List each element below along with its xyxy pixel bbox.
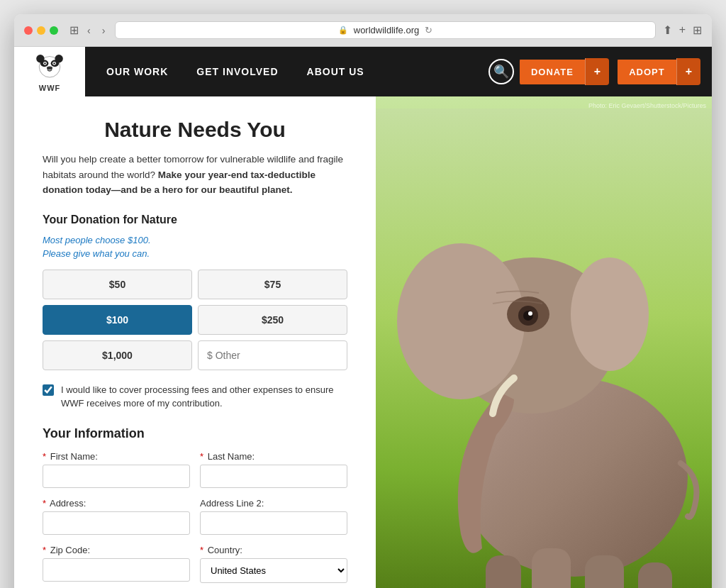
browser-traffic-lights [24,26,58,35]
processing-fee-checkbox[interactable] [43,384,54,396]
svg-point-8 [53,62,55,64]
required-star-last: * [200,451,203,462]
country-group: * Country: United States [200,545,347,583]
browser-window: ⊞ ‹ › 🔒 worldwildlife.org ↻ ⬆ + ⊞ [14,14,712,588]
adopt-button[interactable]: ADOPT [618,60,676,84]
donation-75[interactable]: $75 [198,270,347,299]
nav-get-involved[interactable]: GET INVOLVED [182,66,292,77]
zip-input[interactable] [43,558,190,582]
search-icon: 🔍 [493,64,509,79]
panda-icon [32,52,67,84]
required-star-first: * [43,451,46,462]
url-text: worldwildlife.org [354,25,419,35]
search-button[interactable]: 🔍 [488,59,514,84]
last-name-group: * Last Name: [200,451,347,488]
nav-our-work[interactable]: OUR WORK [92,66,182,77]
svg-point-14 [571,257,649,371]
donation-section-title: Your Donation for Nature [43,213,347,226]
svg-rect-21 [486,555,521,588]
tabs-grid-icon[interactable]: ⊞ [693,23,702,37]
svg-rect-19 [532,548,571,588]
donation-50[interactable]: $50 [43,270,192,299]
main-navigation: WWF OUR WORK GET INVOLVED ABOUT US 🔍 DON… [14,47,712,96]
browser-navigation: ⊞ ‹ › [69,23,108,38]
address2-group: Address Line 2: [200,498,347,535]
close-dot[interactable] [24,26,33,35]
svg-rect-20 [585,555,624,588]
address-group: * Address: [43,498,190,535]
name-row: * First Name: * Last Name: [43,451,347,488]
page-description: Will you help create a better tomorrow f… [43,152,347,198]
last-name-label: * Last Name: [200,451,347,462]
new-tab-icon[interactable]: + [679,23,686,37]
zip-label: * Zip Code: [43,545,190,555]
wwf-logo[interactable]: WWF [14,47,85,96]
forward-button[interactable]: › [99,23,108,38]
hint-line1: Most people choose $100. [43,235,151,245]
adopt-plus-button[interactable]: + [676,58,700,85]
address-bar[interactable]: 🔒 worldwildlife.org ↻ [115,21,655,39]
required-star-country: * [200,545,203,555]
address-label: * Address: [43,498,190,509]
country-select[interactable]: United States [200,558,347,583]
elephant-svg [376,109,712,588]
nav-about-us[interactable]: ABOUT US [293,66,379,77]
required-star-zip: * [43,545,46,555]
website-content: WWF OUR WORK GET INVOLVED ABOUT US 🔍 DON… [14,47,712,588]
minimize-dot[interactable] [37,26,45,35]
first-name-label: * First Name: [43,451,190,462]
share-icon[interactable]: ⬆ [663,23,672,37]
donation-1000[interactable]: $1,000 [43,340,192,370]
elephant-image [376,96,712,588]
first-name-group: * First Name: [43,451,190,488]
donation-250[interactable]: $250 [198,305,347,335]
refresh-icon[interactable]: ↻ [425,25,432,35]
processing-fee-label: I would like to cover processing fees an… [61,383,347,411]
wwf-label: WWF [39,84,60,92]
address2-input[interactable] [200,511,347,535]
browser-action-buttons: ⬆ + ⊞ [663,23,702,37]
donate-button[interactable]: DONATE [520,60,585,84]
page-title: Nature Needs You [43,118,347,142]
donate-plus-button[interactable]: + [585,58,609,85]
country-label: * Country: [200,545,347,555]
donation-amount-grid: $50 $75 $100 $250 $1,000 [43,270,347,370]
main-content-area: Nature Needs You Will you help create a … [14,96,712,588]
donation-other-input[interactable] [198,340,347,370]
svg-point-9 [47,66,52,70]
hero-image-panel: Photo: Eric Gevaert/Shutterstock/Picture… [376,96,712,588]
adopt-cta-group: ADOPT + [618,58,700,85]
sidebar-toggle-icon[interactable]: ⊞ [69,23,79,38]
zip-country-row: * Zip Code: * Country: United States [43,545,347,583]
svg-point-7 [44,62,45,64]
your-information-title: Your Information [43,426,347,441]
donation-100[interactable]: $100 [43,305,192,335]
nav-right-section: 🔍 DONATE + ADOPT + [488,47,712,96]
required-star-address: * [43,498,46,509]
back-button[interactable]: ‹ [84,23,94,38]
donation-form-panel: Nature Needs You Will you help create a … [14,96,376,588]
processing-fee-checkbox-row: I would like to cover processing fees an… [43,383,347,411]
donate-cta-group: DONATE + [520,58,609,85]
zip-group: * Zip Code: [43,545,190,583]
hint-line2: Please give what you can. [43,248,150,259]
photo-credit: Photo: Eric Gevaert/Shutterstock/Picture… [588,102,706,109]
svg-point-13 [397,243,525,399]
maximize-dot[interactable] [50,26,58,35]
svg-point-18 [528,311,532,316]
donation-hint: Most people choose $100. Please give wha… [43,233,347,261]
last-name-input[interactable] [200,465,347,488]
first-name-input[interactable] [43,465,190,488]
browser-titlebar: ⊞ ‹ › 🔒 worldwildlife.org ↻ ⬆ + ⊞ [14,14,712,47]
address-row: * Address: Address Line 2: [43,498,347,535]
security-icon: 🔒 [338,26,348,35]
address-input[interactable] [43,511,190,535]
address2-label: Address Line 2: [200,498,347,509]
svg-rect-22 [638,562,672,588]
nav-link-list: OUR WORK GET INVOLVED ABOUT US [92,47,379,96]
